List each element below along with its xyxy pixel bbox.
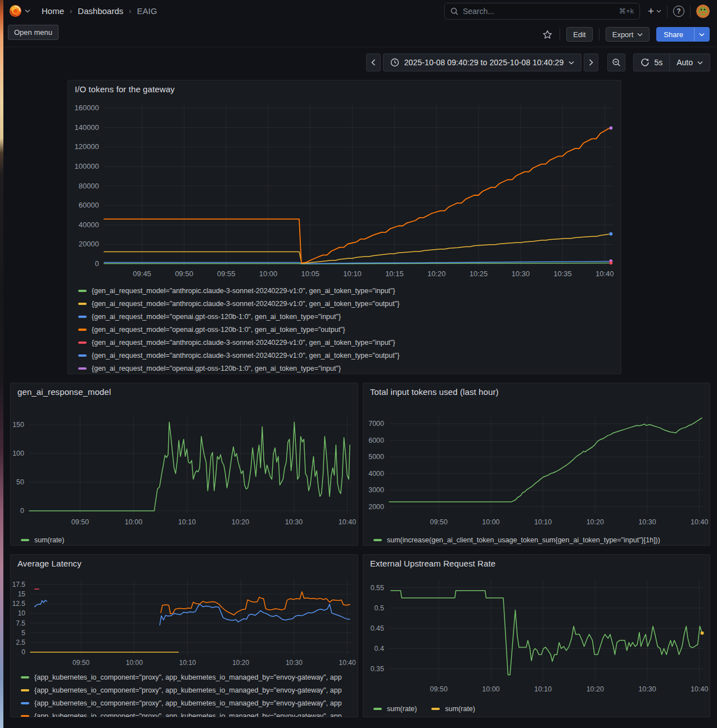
- legend-color-dash: [21, 689, 29, 691]
- panel-response-model: gen_ai_response_model 05010015009:5010:0…: [10, 383, 358, 546]
- x-axis-tick-label: 10:35: [553, 269, 572, 278]
- y-axis-tick-label: 150: [12, 421, 24, 429]
- x-axis-tick-label: 10:00: [482, 518, 499, 526]
- legend-item[interactable]: {app_kubernetes_io_component="proxy", ap…: [21, 684, 351, 696]
- auto-refresh-dropdown[interactable]: Auto: [669, 54, 710, 71]
- avatar[interactable]: [696, 5, 710, 18]
- grafana-logo-icon: [9, 5, 22, 17]
- star-dashboard-button[interactable]: [543, 30, 552, 39]
- x-axis-tick-label: 10:10: [178, 518, 196, 526]
- io-tokens-chart[interactable]: 0200004000060000800001000001200001400001…: [68, 97, 621, 283]
- x-axis-tick-label: 10:25: [470, 269, 488, 278]
- legend-label: {app_kubernetes_io_component="proxy", ap…: [34, 686, 342, 694]
- panel-average-latency-header[interactable]: Average Latency: [11, 555, 358, 572]
- share-dropdown-button[interactable]: [694, 28, 709, 41]
- panel-input-tokens-header[interactable]: Total input tokens used (last hour): [363, 383, 710, 400]
- y-axis-tick-label: 2000: [368, 503, 384, 511]
- y-axis-tick-label: 5000: [368, 453, 384, 461]
- chevron-down-icon: [637, 33, 643, 37]
- legend-color-dash: [78, 290, 87, 292]
- chevron-down-icon: [697, 61, 703, 65]
- legend-item[interactable]: {gen_ai_request_model="openai.gpt-oss-12…: [78, 323, 614, 336]
- average-latency-chart[interactable]: 02.557.51012.51517.509:5010:0010:1010:20…: [11, 572, 358, 669]
- grafana-dashboard-page: Home › Dashboards › EAIG ⌘+k +: [0, 0, 717, 728]
- y-axis-tick-label: 0: [95, 259, 99, 268]
- time-shift-forward-button[interactable]: [584, 53, 598, 71]
- chart-svg: 0200004000060000800001000001200001400001…: [68, 97, 621, 283]
- legend-item[interactable]: {gen_ai_request_model="anthropic.claude-…: [78, 284, 614, 297]
- zoom-out-time-button[interactable]: [607, 53, 625, 71]
- search-box[interactable]: ⌘+k: [444, 3, 640, 20]
- x-axis-tick-label: 09:50: [175, 269, 193, 278]
- legend-label: {gen_ai_request_model="openai.gpt-oss-12…: [92, 365, 341, 372]
- series-line: [161, 592, 350, 615]
- legend-item[interactable]: sum(rate): [431, 702, 475, 715]
- legend-item[interactable]: {app_kubernetes_io_component="proxy", ap…: [21, 696, 351, 709]
- legend-label: {gen_ai_request_model="openai.gpt-oss-12…: [92, 313, 341, 321]
- chevron-down-icon: [656, 10, 661, 13]
- legend-color-dash: [78, 316, 87, 318]
- response-model-chart[interactable]: 05010015009:5010:0010:1010:2010:3010:40: [11, 400, 358, 532]
- series-endpoint-dot: [609, 127, 612, 130]
- legend-item[interactable]: {gen_ai_request_model="anthropic.claude-…: [78, 297, 614, 310]
- x-axis-tick-label: 10:40: [691, 518, 708, 526]
- plus-icon: +: [648, 6, 654, 16]
- help-icon[interactable]: ?: [673, 6, 684, 17]
- time-shift-back-button[interactable]: [366, 53, 381, 71]
- x-axis-tick-label: 10:10: [343, 269, 362, 278]
- divider: [690, 5, 691, 17]
- x-axis-tick-label: 10:30: [638, 685, 656, 693]
- input-tokens-chart[interactable]: 20003000400050006000700009:5010:0010:101…: [363, 400, 710, 532]
- chevron-down-icon: [699, 33, 705, 37]
- x-axis-tick-label: 10:30: [286, 659, 303, 667]
- time-range-picker-button[interactable]: 2025-10-08 09:40:29 to 2025-10-08 10:40:…: [383, 53, 582, 71]
- legend-label: {gen_ai_request_model="anthropic.claude-…: [92, 339, 395, 347]
- legend-color-dash: [373, 708, 382, 710]
- y-axis-tick-label: 80000: [79, 182, 99, 190]
- legend-item[interactable]: {gen_ai_request_model="openai.gpt-oss-12…: [78, 362, 614, 374]
- legend-color-dash: [373, 539, 382, 541]
- series-endpoint-dot: [701, 631, 704, 635]
- x-axis-tick-label: 10:20: [587, 685, 604, 693]
- grafana-app: Home › Dashboards › EAIG ⌘+k +: [3, 0, 717, 728]
- legend-item[interactable]: {gen_ai_request_model="anthropic.claude-…: [78, 349, 614, 362]
- breadcrumb-dashboards[interactable]: Dashboards: [78, 6, 123, 16]
- new-dropdown-button[interactable]: +: [648, 6, 661, 16]
- refresh-icon: [641, 58, 650, 67]
- open-menu-tooltip: Open menu: [8, 25, 58, 40]
- legend-color-dash: [78, 354, 87, 357]
- open-menu-button[interactable]: [9, 5, 30, 17]
- legend-item[interactable]: sum(rate): [21, 533, 64, 546]
- x-axis-tick-label: 10:10: [179, 659, 196, 667]
- legend-item[interactable]: sum(increase(gen_ai_client_token_usage_t…: [373, 533, 660, 546]
- panel-io-tokens-header[interactable]: I/O tokens for the gateway: [68, 80, 621, 97]
- legend-item[interactable]: {app_kubernetes_io_component="proxy", ap…: [21, 709, 351, 717]
- breadcrumb-home[interactable]: Home: [42, 6, 64, 16]
- input-tokens-legend: sum(increase(gen_ai_client_token_usage_t…: [363, 532, 710, 546]
- series-line: [389, 418, 702, 502]
- legend-item[interactable]: {gen_ai_request_model="openai.gpt-oss-12…: [78, 310, 614, 323]
- panel-response-model-header[interactable]: gen_ai_response_model: [11, 383, 358, 400]
- panel-upstream-rate-header[interactable]: External Upstream Request Rate: [363, 555, 710, 572]
- legend-label: {app_kubernetes_io_component="proxy", ap…: [34, 699, 342, 707]
- share-button[interactable]: Share: [657, 28, 690, 41]
- export-button[interactable]: Export: [606, 27, 650, 42]
- legend-item[interactable]: {gen_ai_request_model="anthropic.claude-…: [78, 336, 614, 349]
- legend-label: {gen_ai_request_model="anthropic.claude-…: [92, 300, 399, 308]
- search-input[interactable]: [463, 7, 615, 16]
- time-range-text: 2025-10-08 09:40:29 to 2025-10-08 10:40:…: [404, 58, 564, 67]
- legend-item[interactable]: sum(rate): [373, 702, 417, 715]
- upstream-rate-chart[interactable]: 0.350.40.450.50.5509:5010:0010:1010:2010…: [363, 572, 710, 701]
- legend-item[interactable]: {app_kubernetes_io_component="proxy", ap…: [21, 671, 351, 684]
- legend-color-dash: [78, 341, 87, 344]
- x-axis-tick-label: 10:00: [126, 659, 143, 667]
- edit-button[interactable]: Edit: [566, 27, 592, 42]
- breadcrumb: Home › Dashboards › EAIG: [42, 6, 157, 16]
- panel-io-tokens: I/O tokens for the gateway 0200004000060…: [67, 80, 621, 374]
- series-line: [104, 128, 609, 263]
- legend-color-dash: [21, 702, 29, 704]
- refresh-button[interactable]: 5s: [634, 54, 669, 71]
- y-axis-tick-label: 60000: [79, 201, 99, 209]
- series-line: [29, 422, 350, 511]
- average-latency-legend: {app_kubernetes_io_component="proxy", ap…: [11, 669, 358, 717]
